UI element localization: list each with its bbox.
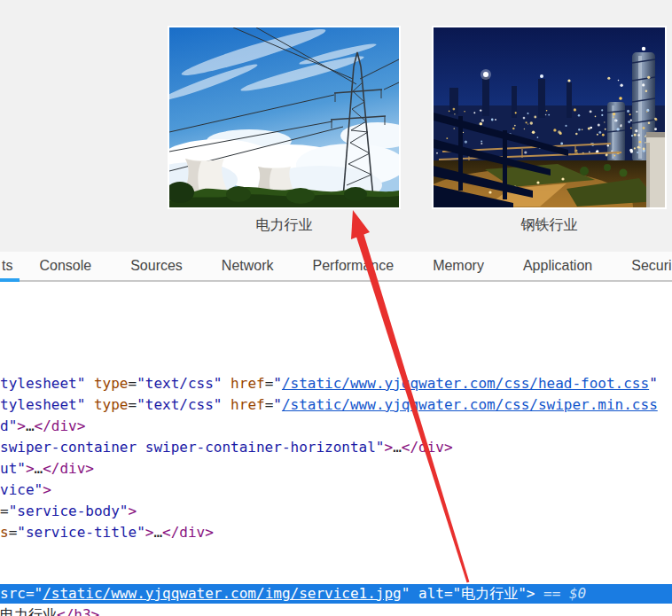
elements-tree-node[interactable]: s="service-title">…</div>: [0, 522, 658, 543]
code-segment: "service-title": [17, 524, 145, 541]
code-segment: swiper-container swiper-container-horizo…: [0, 439, 384, 456]
resource-link[interactable]: /static/www.yjqqwater.com/css/head-foot.…: [282, 375, 649, 392]
code-segment: "service-body": [9, 503, 129, 519]
elements-tree-node[interactable]: tylesheet" type="text/css" href="/static…: [0, 394, 658, 416]
code-segment: "text/css": [137, 375, 231, 392]
code-segment: tylesheet": [0, 375, 94, 392]
code-segment: type: [94, 375, 129, 392]
elements-tree-node[interactable]: swiper-container swiper-container-horizo…: [0, 437, 658, 458]
code-segment: </h3>: [57, 606, 99, 616]
code-segment: >: [129, 503, 137, 519]
code-segment: " alt="电力行业">: [402, 585, 543, 602]
elements-tree-node[interactable]: d">…</div>: [0, 416, 658, 437]
code-segment: =: [9, 524, 18, 541]
screenshot-root: 电力行业 钢铁行业 tsConsoleSourcesNetworkPerform…: [0, 0, 672, 616]
steel-industry-photo-art: [434, 27, 665, 207]
elements-tree-node[interactable]: ="service-body">: [0, 501, 658, 522]
code-segment: </div>: [402, 439, 453, 456]
code-segment: ": [273, 375, 282, 392]
devtools-tabbar: tsConsoleSourcesNetworkPerformanceMemory…: [0, 252, 672, 282]
code-segment: >: [384, 439, 393, 456]
tab-application[interactable]: Application: [523, 258, 592, 274]
elements-code-lines: tylesheet" type="text/css" href="/static…: [0, 373, 658, 543]
code-segment: ut": [0, 460, 26, 477]
tab-network[interactable]: Network: [222, 258, 274, 274]
elements-tree-node[interactable]: tylesheet" type="text/css" href="/static…: [0, 373, 658, 394]
code-segment: =: [0, 503, 9, 519]
service-caption-steel: 钢铁行业: [434, 215, 665, 235]
service-caption-power: 电力行业: [169, 215, 399, 235]
code-segment: 电力行业: [0, 606, 57, 616]
code-segment: …: [393, 439, 402, 456]
code-segment: </div>: [43, 460, 94, 477]
devtools-panel: tsConsoleSourcesNetworkPerformanceMemory…: [0, 252, 672, 616]
code-segment: tylesheet": [0, 396, 94, 413]
code-segment: </div>: [162, 524, 214, 541]
power-industry-photo-art: [169, 27, 399, 207]
code-segment: =: [265, 375, 274, 392]
tab-performance[interactable]: Performance: [313, 258, 395, 274]
tab-security-partial[interactable]: Securi: [631, 258, 671, 274]
tab-console[interactable]: Console: [39, 258, 91, 274]
code-segment: ": [35, 585, 43, 602]
power-industry-photo[interactable]: [168, 26, 401, 209]
resource-link[interactable]: /static/www.yjqqwater.com/css/swiper.min…: [282, 396, 658, 413]
lit-building-wall: [646, 132, 665, 207]
code-segment: src=: [0, 585, 35, 602]
code-segment: s: [0, 524, 9, 541]
elements-tree-node[interactable]: ut">…</div>: [0, 458, 658, 480]
code-segment: ==: [543, 585, 569, 602]
code-segment: …: [35, 460, 43, 477]
tab-memory[interactable]: Memory: [433, 258, 484, 274]
code-segment: >: [26, 460, 35, 477]
code-segment: "text/css": [137, 396, 231, 413]
code-segment: $0: [569, 585, 586, 602]
code-segment: </div>: [35, 417, 86, 434]
resource-link[interactable]: /static/www.yjqqwater.com/img/service1.j…: [43, 585, 402, 602]
code-segment: href: [231, 396, 265, 413]
active-tab-underline: [0, 278, 20, 282]
code-segment: ": [273, 396, 282, 413]
code-segment: =: [265, 396, 274, 413]
code-segment: type: [94, 396, 129, 413]
tab-sources[interactable]: Sources: [130, 258, 183, 274]
code-segment: =: [129, 396, 137, 413]
tab-elements-partial[interactable]: ts: [2, 258, 12, 274]
code-segment: d": [0, 417, 17, 434]
code-segment: ": [649, 375, 658, 392]
selected-element-row[interactable]: src="/static/www.yjqqwater.com/img/servi…: [0, 584, 672, 604]
steel-industry-photo[interactable]: [432, 26, 667, 209]
clipped-code-line: 电力行业</h3>: [0, 604, 99, 616]
elements-tree-node[interactable]: vice">: [0, 480, 658, 501]
code-segment: >: [145, 524, 154, 541]
webpage-viewport: 电力行业 钢铁行业: [0, 0, 672, 252]
elements-tree: tylesheet" type="text/css" href="/static…: [0, 284, 672, 616]
code-segment: href: [231, 375, 265, 392]
code-segment: >: [17, 417, 26, 434]
code-segment: =: [129, 375, 137, 392]
code-segment: >: [43, 481, 51, 498]
code-segment: vice": [0, 481, 43, 498]
code-segment: …: [26, 417, 35, 434]
code-segment: …: [153, 524, 162, 541]
